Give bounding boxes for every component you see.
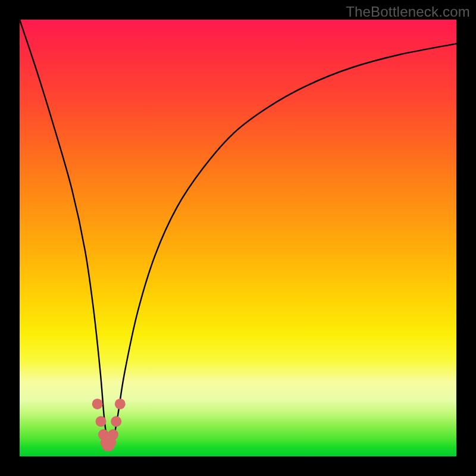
chart-frame: TheBottleneck.com [0,0,476,476]
bottleneck-curve [20,20,456,447]
minimum-marker [92,399,103,409]
minimum-markers [92,399,126,451]
minimum-marker [108,429,118,440]
watermark-text: TheBottleneck.com [346,4,470,20]
chart-plot-area [20,20,456,456]
minimum-marker [111,416,121,427]
minimum-marker [115,399,126,409]
chart-svg [20,20,456,456]
minimum-marker [96,416,107,427]
